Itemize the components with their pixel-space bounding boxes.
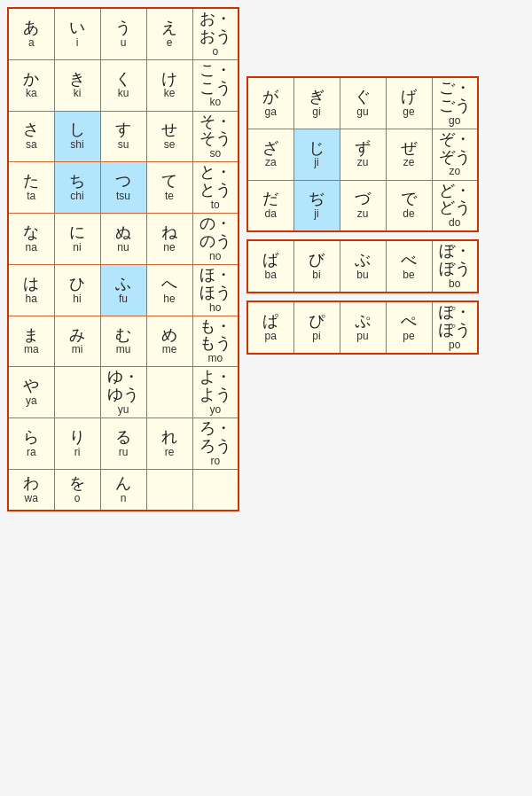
- kana-text: ぐ: [355, 89, 371, 106]
- romaji-text: pu: [356, 331, 368, 342]
- kana-text: え: [161, 20, 177, 37]
- kana-text: づ: [355, 191, 371, 208]
- romaji-text: ku: [118, 88, 129, 99]
- table-cell: ぜze: [386, 129, 432, 180]
- kana-text: し: [69, 121, 85, 139]
- kana-text: け: [161, 71, 177, 89]
- romaji-text: hi: [73, 293, 81, 305]
- table-cell: も・もうmo: [192, 316, 239, 367]
- table-cell: ねne: [146, 214, 192, 265]
- romaji-text: te: [165, 191, 174, 202]
- kana-text: や: [23, 378, 39, 395]
- romaji-text: ne: [163, 242, 175, 254]
- table-cell: きki: [54, 59, 100, 111]
- romaji-text: yo: [209, 404, 221, 416]
- kana-text: ず: [355, 140, 371, 158]
- table-cell: ぬnu: [100, 214, 146, 265]
- table-cell: そ・そうso: [192, 111, 239, 162]
- romaji-text: to: [211, 199, 220, 211]
- table-cell: ぽ・ぽうpo: [432, 301, 478, 354]
- kana-text: ら: [23, 429, 39, 447]
- romaji-text: go: [449, 115, 460, 127]
- table-cell: けke: [146, 59, 192, 111]
- romaji-text: mo: [207, 353, 223, 364]
- romaji-text: ji: [314, 157, 318, 168]
- kana-text: ど・どう: [434, 183, 476, 218]
- table-cell: ほ・ほうho: [192, 264, 239, 316]
- table-cell: むmu: [100, 316, 146, 367]
- table-cell: ぎgi: [293, 77, 340, 129]
- table-cell: りri: [54, 418, 100, 470]
- kana-text: き: [69, 71, 85, 89]
- table-cell: ぺpe: [386, 301, 432, 354]
- romaji-text: shi: [70, 139, 83, 151]
- romaji-text: bu: [356, 269, 368, 281]
- kana-text: ぞ・ぞう: [434, 131, 476, 167]
- table-cell: ぞ・ぞうzo: [432, 129, 478, 180]
- kana-text: と・とう: [195, 164, 237, 199]
- table-cell: あa: [8, 8, 54, 59]
- handakuten-table: ばbaびbiぶbuべbeぼ・ぼうbo: [246, 239, 479, 293]
- kana-text: ぽ・ぽう: [434, 304, 476, 339]
- kana-text: そ・そう: [195, 113, 237, 149]
- kana-text: う: [115, 20, 131, 37]
- table-cell: ずzu: [340, 129, 386, 180]
- table-cell: びbi: [293, 240, 340, 293]
- romaji-text: do: [449, 217, 460, 229]
- romaji-text: a: [28, 37, 35, 49]
- kana-text: ぴ: [309, 313, 325, 331]
- table-cell: えe: [146, 8, 192, 59]
- romaji-text: zu: [357, 208, 369, 220]
- table-cell: こ・こうko: [192, 59, 239, 111]
- kana-text: じ: [309, 140, 325, 158]
- kana-text: ざ: [262, 140, 278, 158]
- romaji-text: ga: [265, 106, 277, 118]
- table-cell: ちchi: [54, 162, 100, 214]
- kana-text: ほ・ほう: [195, 267, 237, 302]
- table-cell: やya: [8, 367, 54, 418]
- kana-text: べ: [401, 252, 417, 269]
- romaji-text: pe: [403, 331, 414, 342]
- romaji-text: ho: [209, 302, 221, 314]
- table-cell: でde: [386, 180, 432, 231]
- romaji-text: ra: [27, 447, 36, 458]
- table-cell: ぶbu: [340, 240, 386, 293]
- romaji-text: ki: [74, 88, 82, 99]
- romaji-text: gu: [356, 106, 368, 118]
- kana-text: れ: [161, 429, 177, 447]
- table-cell: せse: [146, 111, 192, 162]
- kana-text: あ: [23, 20, 39, 37]
- kana-text: ま: [23, 327, 39, 345]
- table-cell: だda: [247, 180, 293, 231]
- table-cell: の・のうno: [192, 214, 239, 265]
- kana-text: ね: [161, 224, 177, 242]
- romaji-text: be: [403, 269, 414, 281]
- romaji-text: mi: [72, 344, 83, 355]
- page-wrapper: あaいiうuえeお・おうoかkaきkiくkuけkeこ・こうkoさsaしshiすs…: [7, 7, 479, 511]
- kana-text: め: [161, 327, 177, 345]
- kana-text: か: [23, 71, 39, 89]
- table-cell: ひhi: [54, 264, 100, 316]
- table-cell: にni: [54, 214, 100, 265]
- table-cell: ぼ・ぼうbo: [432, 240, 478, 293]
- kana-text: げ: [401, 89, 417, 106]
- kana-text: む: [115, 327, 131, 345]
- romaji-text: re: [165, 447, 175, 458]
- table-cell: ばba: [247, 240, 293, 293]
- kana-text: た: [23, 173, 39, 191]
- kana-text: に: [69, 224, 85, 242]
- kana-text: び: [309, 252, 325, 269]
- kana-text: さ: [23, 121, 39, 139]
- kana-text: く: [115, 71, 131, 89]
- romaji-text: de: [403, 208, 414, 220]
- left-column: あaいiうuえeお・おうoかkaきkiくkuけkeこ・こうkoさsaしshiすs…: [7, 7, 239, 511]
- romaji-text: u: [121, 37, 127, 49]
- kana-text: ぷ: [355, 313, 371, 331]
- romaji-text: tsu: [116, 191, 130, 202]
- romaji-text: nu: [117, 242, 129, 254]
- kana-text: こ・こう: [195, 62, 237, 98]
- kana-text: み: [69, 327, 85, 345]
- romaji-text: yu: [118, 404, 129, 416]
- table-cell: べbe: [386, 240, 432, 293]
- romaji-text: ni: [73, 242, 81, 254]
